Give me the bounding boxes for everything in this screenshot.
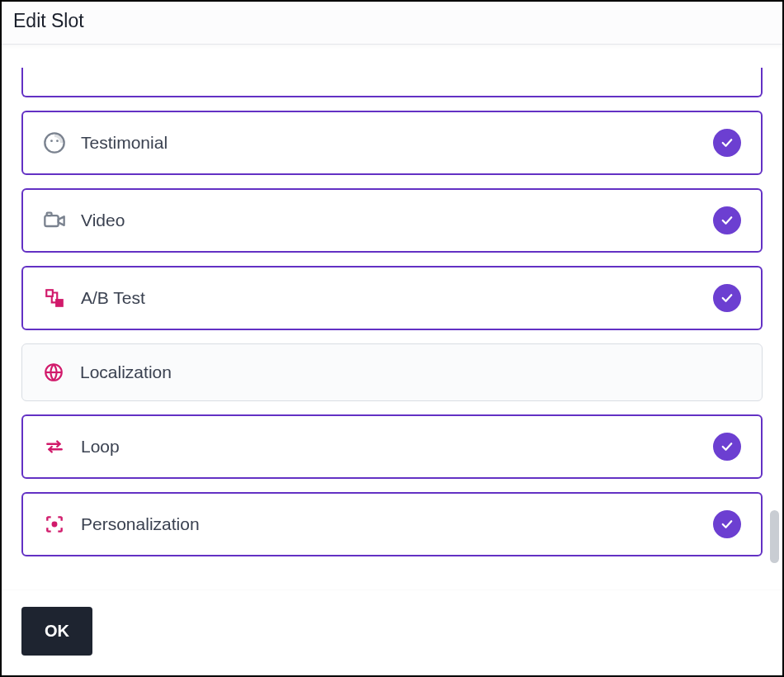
slot-scroll-area[interactable]: Testimonial Video A/B Test bbox=[21, 45, 763, 589]
slot-item-loop[interactable]: Loop bbox=[21, 414, 763, 479]
scrollbar-thumb[interactable] bbox=[770, 510, 779, 563]
svg-rect-3 bbox=[45, 215, 58, 226]
svg-point-2 bbox=[56, 140, 59, 142]
globe-icon bbox=[42, 361, 65, 384]
face-icon bbox=[43, 131, 66, 154]
checkmark-badge bbox=[713, 284, 741, 312]
edit-slot-dialog: Edit Slot Testimonial Video bbox=[0, 0, 784, 677]
slot-item-video[interactable]: Video bbox=[21, 188, 763, 253]
slot-label: Personalization bbox=[81, 514, 698, 534]
dialog-footer: OK bbox=[2, 589, 782, 675]
dialog-title: Edit Slot bbox=[13, 10, 771, 32]
svg-rect-4 bbox=[47, 213, 52, 216]
svg-point-8 bbox=[52, 522, 58, 528]
slot-item-personalization[interactable]: Personalization bbox=[21, 492, 763, 556]
slot-item-localization[interactable]: Localization bbox=[21, 343, 763, 401]
slot-item-abtest[interactable]: A/B Test bbox=[21, 266, 763, 330]
checkmark-badge bbox=[713, 510, 741, 538]
checkmark-badge bbox=[713, 206, 741, 234]
slot-list: Testimonial Video A/B Test bbox=[21, 68, 763, 556]
personalization-icon bbox=[43, 513, 66, 536]
svg-rect-5 bbox=[46, 290, 53, 296]
checkmark-badge bbox=[713, 129, 741, 157]
slot-label: Localization bbox=[80, 362, 742, 382]
slot-label: Loop bbox=[81, 437, 698, 457]
video-icon bbox=[43, 209, 66, 232]
ok-button[interactable]: OK bbox=[21, 607, 92, 656]
loop-icon bbox=[43, 435, 66, 458]
abtest-icon bbox=[43, 286, 66, 310]
slot-label: A/B Test bbox=[81, 288, 698, 308]
slot-label: Testimonial bbox=[81, 133, 698, 153]
dialog-header: Edit Slot bbox=[2, 2, 782, 45]
svg-point-1 bbox=[50, 140, 53, 142]
slot-item-testimonial[interactable]: Testimonial bbox=[21, 111, 763, 175]
svg-rect-6 bbox=[56, 300, 63, 306]
dialog-body: Testimonial Video A/B Test bbox=[2, 45, 782, 589]
checkmark-badge bbox=[713, 433, 741, 461]
slot-item-partial[interactable] bbox=[21, 68, 763, 97]
slot-label: Video bbox=[81, 211, 698, 230]
